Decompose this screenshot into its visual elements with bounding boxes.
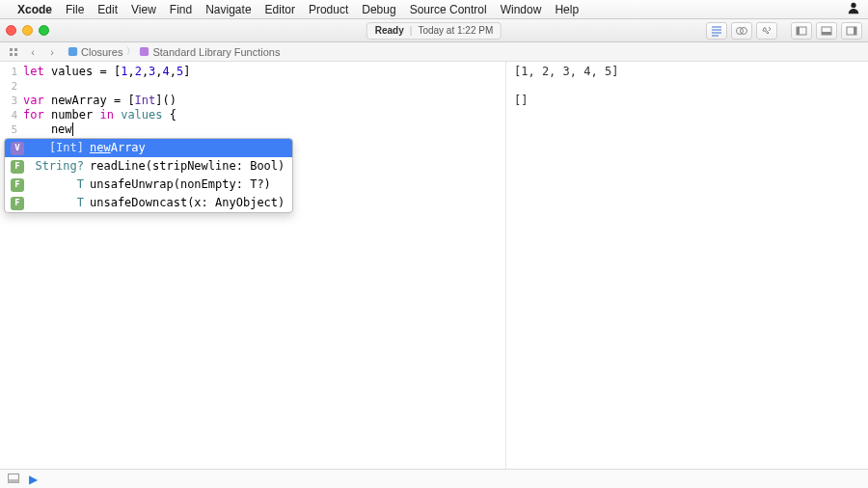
version-editor-button[interactable] xyxy=(756,22,777,40)
debug-bar: ▶ xyxy=(0,469,868,488)
autocomplete-item[interactable]: FTunsafeUnwrap(nonEmpty: T?) xyxy=(5,176,292,194)
completion-type: String? xyxy=(30,157,84,176)
breadcrumb-item[interactable]: Standard Library Functions xyxy=(139,46,280,58)
menu-editor[interactable]: Editor xyxy=(265,3,295,16)
autocomplete-popup[interactable]: V[Int]newArrayFString?readLine(stripNewl… xyxy=(4,138,293,213)
toggle-utilities-button[interactable] xyxy=(841,22,862,40)
related-items-button[interactable] xyxy=(6,45,21,59)
mac-menubar: Xcode File Edit View Find Navigate Edito… xyxy=(0,0,868,19)
autocomplete-item[interactable]: FString?readLine(stripNewline: Bool) xyxy=(5,157,292,176)
svg-point-0 xyxy=(851,3,855,8)
svg-rect-10 xyxy=(14,48,17,51)
completion-signature: newArray xyxy=(90,139,286,157)
svg-rect-13 xyxy=(68,46,77,55)
menu-window[interactable]: Window xyxy=(501,3,542,16)
svg-rect-14 xyxy=(140,46,149,55)
menu-source-control[interactable]: Source Control xyxy=(410,3,487,16)
toggle-navigator-button[interactable] xyxy=(791,22,812,40)
completion-type: T xyxy=(30,194,84,212)
menu-edit[interactable]: Edit xyxy=(97,3,118,16)
completion-signature: unsafeUnwrap(nonEmpty: T?) xyxy=(90,176,286,194)
user-icon[interactable] xyxy=(847,1,860,17)
autocomplete-item[interactable]: FTunsafeDowncast(x: AnyObject) xyxy=(5,194,292,212)
close-window-button[interactable] xyxy=(6,25,16,36)
menu-help[interactable]: Help xyxy=(555,3,579,16)
function-badge-icon: F xyxy=(11,178,24,192)
zoom-window-button[interactable] xyxy=(39,25,49,36)
svg-rect-12 xyxy=(14,53,17,56)
svg-rect-8 xyxy=(854,27,856,35)
status-time: Today at 1:22 PM xyxy=(418,25,493,36)
menu-file[interactable]: File xyxy=(66,3,84,16)
run-playground-button[interactable]: ▶ xyxy=(29,473,38,486)
variable-badge-icon: V xyxy=(11,142,24,155)
minimize-window-button[interactable] xyxy=(22,25,33,36)
toggle-console-button[interactable] xyxy=(8,474,19,485)
svg-rect-4 xyxy=(797,27,800,35)
go-back-button[interactable]: ‹ xyxy=(25,45,41,59)
completion-signature: readLine(stripNewline: Bool) xyxy=(90,157,286,176)
assistant-editor-button[interactable] xyxy=(731,22,752,40)
jump-bar: ‹ › Closures 〉 Standard Library Function… xyxy=(0,42,868,62)
editor-area: 12345 let values = [1,2,3,4,5] var newAr… xyxy=(0,62,868,469)
activity-viewer: Ready | Today at 1:22 PM xyxy=(366,22,502,40)
traffic-lights xyxy=(6,25,49,36)
result-line: [] xyxy=(514,94,860,108)
svg-rect-6 xyxy=(822,32,831,35)
code-editor[interactable]: 12345 let values = [1,2,3,4,5] var newAr… xyxy=(0,62,505,469)
menu-product[interactable]: Product xyxy=(309,3,348,16)
result-line: [1, 2, 3, 4, 5] xyxy=(514,65,860,79)
breadcrumb-project[interactable]: Closures xyxy=(68,46,122,58)
app-name[interactable]: Xcode xyxy=(17,3,52,16)
toggle-debug-area-button[interactable] xyxy=(816,22,837,40)
standard-editor-button[interactable] xyxy=(706,22,727,40)
window-toolbar: Ready | Today at 1:22 PM xyxy=(0,19,868,42)
svg-rect-16 xyxy=(9,479,19,483)
status-ready: Ready xyxy=(375,25,404,36)
svg-rect-11 xyxy=(10,53,13,56)
svg-rect-9 xyxy=(10,48,13,51)
chevron-right-icon: 〉 xyxy=(126,45,135,58)
completion-type: T xyxy=(30,176,84,194)
go-forward-button[interactable]: › xyxy=(44,45,60,59)
function-badge-icon: F xyxy=(11,197,24,210)
menu-debug[interactable]: Debug xyxy=(362,3,395,16)
line-gutter: 12345 xyxy=(0,62,21,137)
autocomplete-item[interactable]: V[Int]newArray xyxy=(5,139,292,157)
menu-find[interactable]: Find xyxy=(170,3,192,16)
menu-view[interactable]: View xyxy=(131,3,156,16)
menu-navigate[interactable]: Navigate xyxy=(205,3,251,16)
completion-signature: unsafeDowncast(x: AnyObject) xyxy=(90,194,286,212)
results-sidebar: [1, 2, 3, 4, 5] [] xyxy=(505,62,868,469)
function-badge-icon: F xyxy=(11,160,24,174)
completion-type: [Int] xyxy=(30,139,84,157)
